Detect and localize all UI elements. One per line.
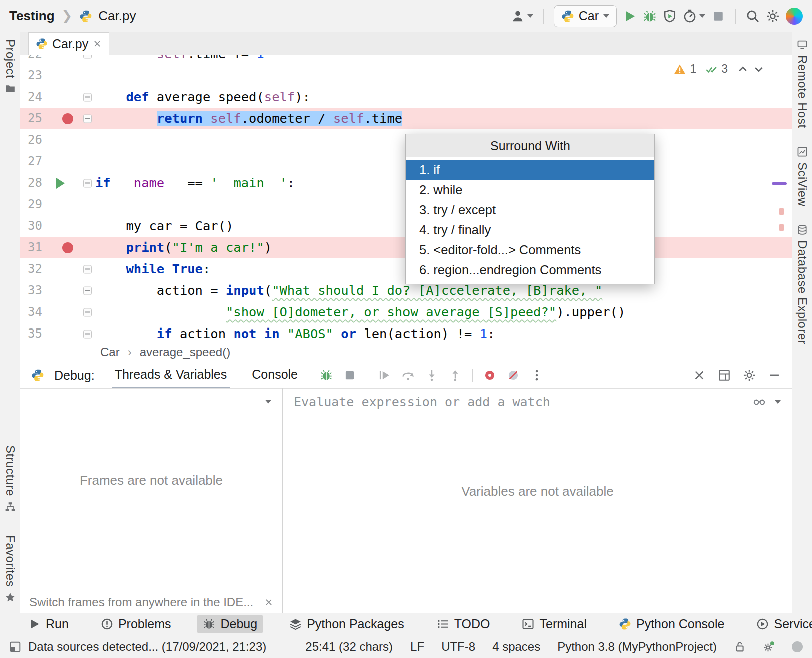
search-everywhere-button[interactable]: [746, 9, 760, 23]
toolwindow-button-structure[interactable]: Structure: [3, 445, 17, 512]
gutter[interactable]: 28: [20, 172, 95, 194]
gear-badge-icon[interactable]: [763, 641, 775, 653]
python-interpreter[interactable]: Python 3.8 (MyPythonProject): [557, 640, 717, 654]
popup-item[interactable]: 4. try / finally: [406, 220, 654, 240]
gutter[interactable]: 29: [20, 194, 95, 215]
stop-icon[interactable]: [343, 369, 356, 382]
code-text[interactable]: return self.odometer / self.time: [95, 108, 792, 129]
toolwindow-button-problems[interactable]: Problems: [95, 615, 177, 633]
scrollbar-mark[interactable]: [779, 224, 784, 231]
rerun-debug-bug-icon[interactable]: [320, 369, 333, 382]
chevron-down-icon[interactable]: [775, 400, 781, 404]
gutter[interactable]: 22: [20, 55, 95, 65]
indent-style[interactable]: 4 spaces: [492, 640, 540, 654]
file-encoding[interactable]: UTF-8: [441, 640, 475, 654]
status-indicator-icon[interactable]: [792, 641, 803, 652]
debug-tab-threads-variables[interactable]: Threads & Variables: [112, 362, 230, 388]
step-into-icon[interactable]: [425, 369, 438, 382]
fold-marker-icon[interactable]: [83, 55, 92, 58]
chevron-down-icon[interactable]: [753, 63, 765, 75]
toolwindow-switcher-icon[interactable]: [9, 641, 21, 653]
step-out-icon[interactable]: [449, 369, 462, 382]
view-breakpoints-icon[interactable]: [483, 369, 496, 382]
code-line[interactable]: 25 return self.odometer / self.time: [20, 108, 792, 129]
gutter[interactable]: 35: [20, 323, 95, 342]
code-text[interactable]: if action not in "ABOS" or len(action) !…: [95, 323, 792, 342]
scrollbar-caret-mark[interactable]: [772, 182, 787, 185]
run-with-coverage-button[interactable]: [663, 9, 677, 23]
hide-icon[interactable]: [768, 369, 781, 382]
popup-item[interactable]: 1. if: [406, 160, 654, 180]
settings-button[interactable]: [766, 9, 780, 23]
gutter[interactable]: 25: [20, 108, 95, 129]
breadcrumb-class[interactable]: Car: [100, 345, 120, 359]
step-over-icon[interactable]: [401, 369, 415, 382]
layout-settings-icon[interactable]: [718, 369, 731, 382]
watch-input[interactable]: Evaluate expression or add a watch: [283, 388, 792, 415]
gear-icon[interactable]: [743, 369, 756, 382]
fold-marker-icon[interactable]: [83, 265, 92, 273]
glasses-watch-icon[interactable]: [753, 395, 766, 408]
code-line[interactable]: 34 "show [O]dometer, or show average [S]…: [20, 301, 792, 323]
gutter[interactable]: 30: [20, 215, 95, 237]
gutter[interactable]: 24: [20, 86, 95, 108]
toolwindow-button-terminal[interactable]: Terminal: [516, 615, 592, 633]
breadcrumb-method[interactable]: average_speed(): [140, 345, 230, 359]
toolwindow-button-project[interactable]: Project: [3, 39, 17, 94]
inspections-widget[interactable]: 1 3: [674, 62, 765, 76]
fold-marker-icon[interactable]: [83, 330, 92, 338]
debug-button[interactable]: [643, 9, 657, 23]
gutter[interactable]: 26: [20, 129, 95, 151]
code-line[interactable]: 24 def average_speed(self):: [20, 86, 792, 108]
toolwindow-button-run[interactable]: Run: [22, 615, 75, 633]
gutter[interactable]: 33: [20, 280, 95, 301]
more-options-icon[interactable]: [530, 369, 543, 382]
toolwindow-button-python-packages[interactable]: Python Packages: [283, 615, 411, 633]
gutter[interactable]: 34: [20, 301, 95, 323]
frames-combo[interactable]: [20, 388, 282, 415]
close-icon[interactable]: [693, 369, 706, 382]
fold-marker-icon[interactable]: [83, 308, 92, 316]
file-breadcrumb[interactable]: Car.py: [98, 8, 136, 24]
breakpoint-dot[interactable]: [62, 242, 73, 253]
caret-position[interactable]: 25:41 (32 chars): [305, 640, 393, 654]
editor-tab-car-py[interactable]: Car.py: [28, 32, 109, 55]
run-line-icon[interactable]: [56, 178, 65, 189]
fold-marker-icon[interactable]: [83, 93, 92, 101]
fold-marker-icon[interactable]: [83, 179, 92, 187]
debug-tab-console[interactable]: Console: [249, 362, 301, 388]
toolwindow-button-database[interactable]: Database Explorer: [795, 224, 809, 344]
close-icon[interactable]: [264, 598, 273, 607]
popup-item[interactable]: 5. <editor-fold...> Comments: [406, 240, 654, 260]
gutter[interactable]: 31: [20, 237, 95, 258]
toolwindow-button-todo[interactable]: TODO: [431, 615, 496, 633]
popup-item[interactable]: 3. try / except: [406, 200, 654, 220]
toolwindow-button-favorites[interactable]: Favorites: [3, 535, 17, 603]
popup-item[interactable]: 6. region...endregion Comments: [406, 260, 654, 280]
breakpoint-dot[interactable]: [62, 113, 73, 124]
chevron-up-icon[interactable]: [737, 63, 749, 75]
ide-logo-icon[interactable]: [786, 8, 803, 25]
mute-breakpoints-icon[interactable]: [507, 369, 520, 382]
vcs-user-button[interactable]: [511, 9, 533, 23]
run-configuration-select[interactable]: Car: [554, 5, 617, 27]
close-tab-icon[interactable]: [93, 39, 102, 48]
popup-item[interactable]: 2. while: [406, 180, 654, 200]
resume-program-icon[interactable]: [378, 369, 391, 382]
lock-icon[interactable]: [734, 641, 746, 653]
line-separator[interactable]: LF: [410, 640, 424, 654]
gutter[interactable]: 23: [20, 65, 95, 86]
project-breadcrumb[interactable]: Testing: [9, 8, 55, 24]
gutter[interactable]: 27: [20, 151, 95, 172]
toolwindow-button-debug[interactable]: Debug: [197, 615, 263, 633]
fold-marker-icon[interactable]: [83, 114, 92, 123]
code-text[interactable]: "show [O]dometer, or show average [S]pee…: [95, 301, 792, 323]
scrollbar-mark[interactable]: [779, 208, 784, 215]
profiler-button[interactable]: [683, 9, 705, 23]
toolwindow-button-services[interactable]: Services: [750, 615, 812, 633]
toolwindow-button-remote-host[interactable]: Remote Host: [795, 39, 809, 128]
code-text[interactable]: def average_speed(self):: [95, 86, 792, 108]
gutter[interactable]: 32: [20, 258, 95, 280]
stop-button[interactable]: [711, 9, 725, 23]
run-button[interactable]: [623, 9, 637, 23]
